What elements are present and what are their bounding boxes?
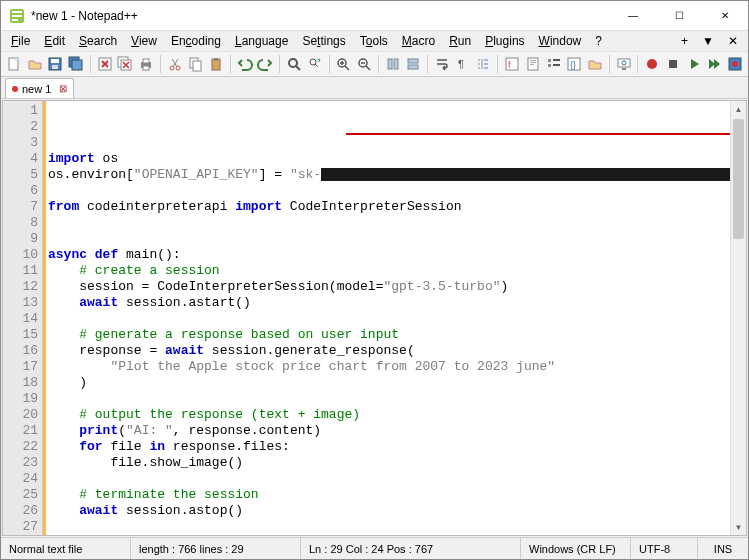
line-number-gutter: 1234567891011121314151617181920212223242… [3,101,43,535]
line-number: 27 [3,519,38,535]
copy-icon[interactable] [187,54,205,74]
code-line[interactable]: from codeinterpreterapi import CodeInter… [48,199,730,215]
line-number: 18 [3,375,38,391]
menu-encoding[interactable]: Encoding [165,32,227,50]
menu-window[interactable]: Window [533,32,588,50]
tab-new-1[interactable]: new 1 ⊠ [5,78,74,98]
vertical-scrollbar[interactable]: ▲ ▼ [730,101,746,535]
status-encoding[interactable]: UTF-8 [631,538,698,559]
code-line[interactable]: ) [48,375,730,391]
play-icon[interactable] [685,54,703,74]
line-number: 24 [3,471,38,487]
code-line[interactable]: # output the response (text + image) [48,407,730,423]
code-line[interactable]: import os [48,151,730,167]
code-line[interactable]: # generate a response based on user inpu… [48,327,730,343]
code-line[interactable] [48,391,730,407]
word-wrap-icon[interactable] [433,54,451,74]
doc-map-icon[interactable] [524,54,542,74]
close-button[interactable]: ✕ [702,1,748,31]
menu-macro[interactable]: Macro [396,32,441,50]
stop-icon[interactable] [664,54,682,74]
record-icon[interactable] [643,54,661,74]
sync-v-icon[interactable] [384,54,402,74]
open-file-icon[interactable] [26,54,44,74]
code-line[interactable] [48,231,730,247]
save-macro-icon[interactable] [726,54,744,74]
menu-dropdown[interactable]: ▼ [696,32,720,50]
close-icon[interactable] [96,54,114,74]
lang-icon[interactable]: f [503,54,521,74]
code-line[interactable]: # create a session [48,263,730,279]
cut-icon[interactable] [166,54,184,74]
code-line[interactable]: for file in response.files: [48,439,730,455]
replace-icon[interactable] [306,54,324,74]
code-line[interactable]: await session.astop() [48,503,730,519]
code-line[interactable]: async def main(): [48,247,730,263]
code-line[interactable] [48,471,730,487]
func-list-icon[interactable]: {} [565,54,583,74]
sync-h-icon[interactable] [405,54,423,74]
status-eol[interactable]: Windows (CR LF) [521,538,631,559]
svg-rect-20 [193,61,201,71]
svg-rect-1 [12,11,22,13]
status-position: Ln : 29 Col : 24 Pos : 767 [301,538,521,559]
zoom-in-icon[interactable] [335,54,353,74]
code-line[interactable] [48,311,730,327]
menu-new-tab[interactable]: + [675,32,694,50]
scrollbar-thumb[interactable] [733,119,744,239]
code-editor[interactable]: import osos.environ["OPENAI_API_KEY"] = … [46,101,730,535]
code-line[interactable]: file.show_image() [48,455,730,471]
code-line[interactable] [48,215,730,231]
scroll-down-icon[interactable]: ▼ [731,519,746,535]
all-chars-icon[interactable]: ¶ [454,54,472,74]
menu-settings[interactable]: Settings [296,32,351,50]
scroll-up-icon[interactable]: ▲ [731,101,746,117]
menu-view[interactable]: View [125,32,163,50]
undo-icon[interactable] [236,54,254,74]
menu-run[interactable]: Run [443,32,477,50]
toolbar-separator [378,55,379,73]
menu-close-x[interactable]: ✕ [722,32,744,50]
menu-plugins[interactable]: Plugins [479,32,530,50]
status-insert-mode[interactable]: INS [698,538,748,559]
menu-search[interactable]: Search [73,32,123,50]
menu-language[interactable]: Language [229,32,294,50]
zoom-out-icon[interactable] [355,54,373,74]
svg-rect-42 [618,59,630,67]
toolbar-separator [230,55,231,73]
folder-icon[interactable] [586,54,604,74]
menu-edit[interactable]: Edit [38,32,71,50]
save-all-icon[interactable] [67,54,85,74]
code-line[interactable] [48,519,730,535]
code-line[interactable]: # terminate the session [48,487,730,503]
doc-list-icon[interactable] [545,54,563,74]
new-file-icon[interactable] [5,54,23,74]
code-line[interactable] [48,183,730,199]
code-line[interactable]: os.environ["OPENAI_API_KEY"] = "sk-hKZ" [48,167,730,183]
svg-rect-3 [12,19,18,21]
toolbar-separator [160,55,161,73]
svg-rect-16 [143,66,149,70]
menu-tools[interactable]: Tools [354,32,394,50]
code-line[interactable]: response = await session.generate_respon… [48,343,730,359]
code-line[interactable]: session = CodeInterpreterSession(model="… [48,279,730,295]
paste-icon[interactable] [207,54,225,74]
tab-close-icon[interactable]: ⊠ [59,83,67,94]
code-line[interactable]: print("AI: ", response.content) [48,423,730,439]
monitor-icon[interactable] [615,54,633,74]
play-multi-icon[interactable] [705,54,723,74]
svg-rect-46 [669,60,677,68]
indent-guide-icon[interactable] [475,54,493,74]
maximize-button[interactable]: ☐ [656,1,702,31]
print-icon[interactable] [137,54,155,74]
menu-help[interactable]: ? [589,32,608,50]
save-icon[interactable] [46,54,64,74]
close-all-icon[interactable] [116,54,134,74]
code-line[interactable]: "Plot the Apple stock price chart from 2… [48,359,730,375]
find-icon[interactable] [285,54,303,74]
svg-rect-30 [408,65,418,69]
code-line[interactable]: await session.astart() [48,295,730,311]
minimize-button[interactable]: — [610,1,656,31]
redo-icon[interactable] [257,54,275,74]
menu-file[interactable]: File [5,32,36,50]
